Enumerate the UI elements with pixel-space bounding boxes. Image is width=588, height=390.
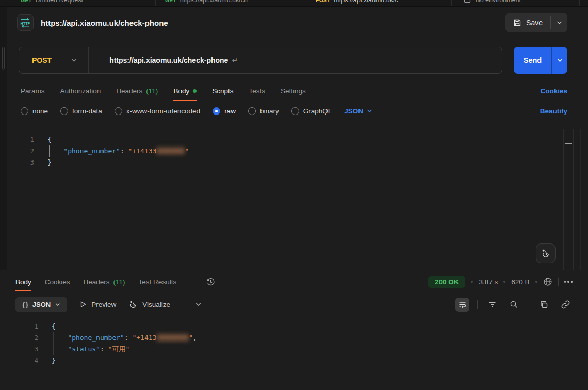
body-mode-binary[interactable]: binary [248, 107, 279, 115]
separator-dot [471, 281, 473, 283]
code-token: "可用" [108, 345, 130, 353]
enter-key-glyph: ↵ [232, 56, 238, 64]
code-content: { [38, 321, 588, 332]
code-line: 1{ [0, 321, 588, 332]
body-mode-label: binary [260, 107, 279, 115]
play-icon [79, 301, 87, 308]
top-tab-bar: GETUntitled RequestGEThttps://api.xiaomu… [0, 0, 588, 7]
response-body-code: 1{2 "phone_number": "+141330000000",3 "s… [0, 321, 588, 366]
code-content: } [38, 355, 588, 366]
request-tab-label: Tests [249, 87, 265, 95]
response-format-selector[interactable]: { } JSON [15, 297, 67, 312]
visualize-button[interactable]: Visualize [128, 300, 170, 309]
copy-icon[interactable] [537, 298, 551, 312]
network-globe-icon[interactable] [543, 277, 552, 286]
more-options-icon[interactable] [564, 281, 573, 283]
request-tab-scripts[interactable]: Scripts [212, 81, 233, 101]
body-mode-graphql[interactable]: GraphQL [291, 107, 332, 115]
code-line: 2 "phone_number": "+141330000000", [0, 332, 588, 344]
redacted-value: 30000000 [157, 334, 189, 342]
request-body-editor[interactable]: 1{2 "phone_number": "+141330000000"3} [0, 129, 588, 270]
response-tab-label: Headers [84, 278, 110, 286]
radio-icon [115, 107, 122, 115]
wrap-text-button[interactable] [455, 298, 469, 312]
save-button[interactable]: Save [505, 13, 550, 32]
response-tab-headers[interactable]: Headers(11) [84, 272, 125, 291]
response-tab-test-results[interactable]: Test Results [139, 272, 177, 291]
tab-method-label: POST [316, 0, 331, 3]
response-time[interactable]: 3.87 s [479, 278, 498, 286]
sidebar-drag-handle[interactable] [2, 47, 5, 70]
code-token: { [47, 136, 52, 143]
response-history-icon[interactable] [206, 277, 216, 287]
indent-guide [53, 332, 54, 344]
collapsed-sidebar-strip[interactable] [0, 7, 7, 270]
request-tab-body[interactable]: Body [173, 81, 197, 101]
request-tab-params[interactable]: Params [21, 81, 45, 101]
request-tab-headers[interactable]: Headers(11) [116, 81, 158, 101]
workspace-tab-https-api-xiaomu-uk-c[interactable]: POSThttps://api.xiaomu.uk/c [306, 0, 452, 7]
code-token: : [120, 147, 128, 155]
tab-title: https://api.xiaomu.uk/c [334, 0, 398, 4]
request-title: https://api.xiaomu.uk/check-phone [41, 19, 168, 27]
response-format-label: JSON [32, 301, 51, 308]
send-options-button[interactable] [551, 47, 567, 74]
visualize-label: Visualize [142, 301, 170, 308]
method-selector[interactable]: POST [19, 56, 52, 64]
request-tab-settings[interactable]: Settings [281, 81, 306, 101]
radio-icon [248, 107, 256, 115]
response-tab-cookies[interactable]: Cookies [45, 272, 70, 291]
workspace-tab-https-api-xiaomu-uk-ch[interactable]: GEThttps://api.xiaomu.uk/ch [156, 0, 306, 7]
request-body-code[interactable]: 1{2 "phone_number": "+141330000000"3} [0, 134, 588, 168]
editor-scrollbar-track[interactable] [580, 129, 581, 270]
more-views-chevron-icon[interactable] [195, 302, 201, 306]
body-mode-form-data[interactable]: form-data [60, 107, 102, 115]
cookies-link[interactable]: Cookies [540, 87, 567, 95]
code-token: : [124, 334, 133, 342]
separator-dot [535, 281, 537, 283]
method-chevron-down-icon[interactable] [71, 58, 77, 62]
indent-guide [53, 344, 54, 355]
response-body-viewer: 1{2 "phone_number": "+141330000000",3 "s… [0, 316, 588, 390]
code-token: " [185, 147, 189, 155]
code-content: { [34, 134, 588, 145]
response-tab-body[interactable]: Body [15, 272, 31, 291]
status-divider [558, 278, 559, 286]
editor-minimap[interactable] [563, 129, 574, 270]
radio-icon [60, 107, 68, 115]
radio-icon [21, 107, 28, 115]
redacted-value: 0000000 [156, 147, 185, 155]
language-selector[interactable]: JSON [344, 107, 372, 115]
svg-text:HTTP: HTTP [21, 21, 30, 26]
send-button[interactable]: Send [514, 47, 551, 74]
body-mode-x-www-form-urlencoded[interactable]: x-www-form-urlencoded [115, 107, 200, 115]
code-token: "+14133 [128, 147, 157, 155]
request-tab-tests[interactable]: Tests [249, 81, 265, 101]
workspace-tab-untitled-request[interactable]: GETUntitled Request [0, 0, 156, 7]
search-icon[interactable] [507, 298, 521, 312]
filter-icon[interactable] [485, 298, 499, 312]
response-size[interactable]: 620 B [511, 278, 529, 286]
line-number: 2 [0, 334, 38, 342]
http-request-icon: HTTP [17, 14, 34, 31]
tab-method-label: GET [165, 0, 176, 3]
icons-divider [477, 300, 478, 309]
url-input[interactable]: https://api.xiaomu.uk/check-phone [89, 56, 228, 64]
save-options-button[interactable] [551, 13, 567, 32]
body-mode-row: noneform-datax-www-form-urlencodedrawbin… [0, 102, 588, 120]
request-tab-authorization[interactable]: Authorization [60, 81, 101, 101]
beautify-link[interactable]: Beautify [540, 107, 567, 115]
body-mode-none[interactable]: none [21, 107, 48, 115]
postbot-button[interactable] [536, 243, 556, 263]
link-icon[interactable] [559, 298, 573, 312]
code-content: } [34, 157, 588, 168]
environment-selector[interactable]: No environment [452, 0, 580, 7]
code-token [52, 345, 68, 353]
status-badge[interactable]: 200 OK [428, 276, 466, 288]
preview-button[interactable]: Preview [79, 301, 116, 308]
code-line: 1{ [0, 134, 588, 145]
body-mode-label: x-www-form-urlencoded [126, 107, 200, 115]
body-mode-raw[interactable]: raw [213, 107, 236, 115]
response-tab-label: Cookies [45, 278, 70, 286]
request-tab-label: Headers [116, 87, 142, 95]
